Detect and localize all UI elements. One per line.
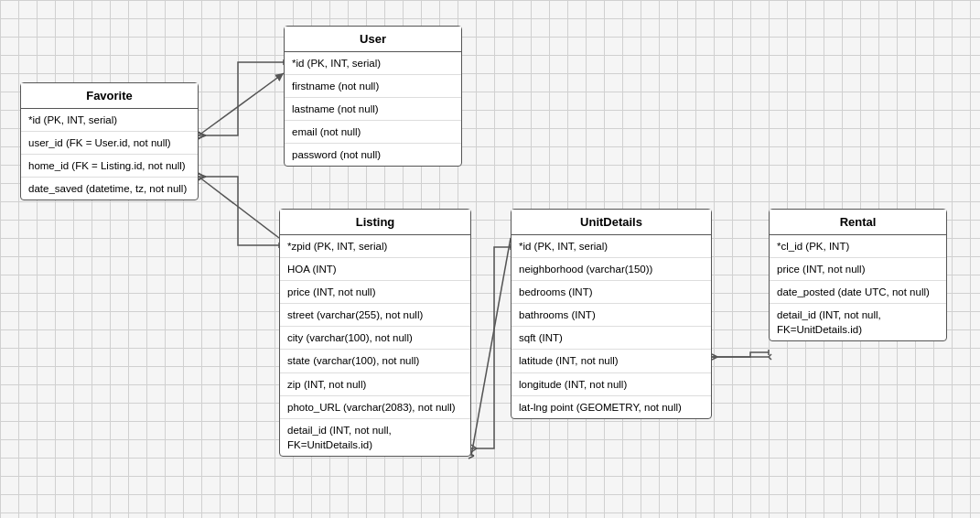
table-row: state (varchar(100), not null) [280,350,470,372]
table-row: longitude (INT, not null) [512,373,711,396]
table-row: email (not null) [285,121,461,144]
table-row: detail_id (INT, not null, FK=UnitDetails… [770,304,946,340]
svg-line-22 [712,354,717,357]
table-row: *id (PK, INT, serial) [21,109,198,132]
table-row: bathrooms (INT) [512,304,711,327]
table-row: date_saved (datetime, tz, not null) [21,178,198,200]
favorite-table-header: Favorite [21,83,198,109]
table-row: latitude (INT, not null) [512,350,711,372]
table-row: bedrooms (INT) [512,281,711,304]
diagram-canvas: User *id (PK, INT, serial) firstname (no… [0,0,980,518]
unitdetails-table: UnitDetails *id (PK, INT, serial) neighb… [511,209,712,419]
table-row: price (INT, not null) [770,258,946,281]
table-row: *zpid (PK, INT, serial) [280,235,470,258]
svg-line-6 [471,238,511,456]
svg-line-15 [199,173,204,177]
table-row: user_id (FK = User.id, not null) [21,132,198,155]
table-row: home_id (FK = Listing.id, not null) [21,155,198,178]
rental-table-header: Rental [770,210,946,235]
listing-table-header: Listing [280,210,470,235]
table-row: detail_id (INT, not null, FK=UnitDetails… [280,419,470,456]
svg-line-1 [199,133,206,135]
user-table-header: User [285,27,461,52]
table-row: zip (INT, not null) [280,373,470,396]
svg-line-3 [199,177,279,238]
table-row: neighborhood (varchar(150)) [512,258,711,281]
table-row: date_posted (date UTC, not null) [770,281,946,304]
table-row: *id (PK, INT, serial) [512,235,711,258]
svg-line-18 [471,445,477,448]
table-row: photo_URL (varchar(2083), not null) [280,396,470,419]
svg-line-4 [199,174,206,177]
svg-line-0 [199,73,284,135]
table-row: firstname (not null) [285,75,461,98]
table-row: price (INT, not null) [280,281,470,304]
svg-line-13 [199,135,204,139]
svg-line-19 [471,448,477,452]
table-row: street (varchar(255), not null) [280,304,470,327]
unitdetails-table-header: UnitDetails [512,210,711,235]
user-table: User *id (PK, INT, serial) firstname (no… [284,26,462,167]
svg-line-10 [769,354,771,357]
svg-line-12 [199,132,204,135]
table-row: *cl_id (PK, INT) [770,235,946,258]
table-row: lat-lng point (GEOMETRY, not null) [512,396,711,418]
listing-table: Listing *zpid (PK, INT, serial) HOA (INT… [279,209,471,457]
table-row: HOA (INT) [280,258,470,281]
svg-line-5 [199,177,206,179]
table-row: city (varchar(100), not null) [280,327,470,350]
table-row: lastname (not null) [285,98,461,121]
table-row: password (not null) [285,144,461,166]
rental-table: Rental *cl_id (PK, INT) price (INT, not … [769,209,947,341]
svg-line-11 [769,357,771,360]
favorite-table: Favorite *id (PK, INT, serial) user_id (… [20,82,199,200]
svg-line-23 [712,357,717,360]
table-row: sqft (INT) [512,327,711,350]
svg-line-2 [199,135,206,138]
table-row: *id (PK, INT, serial) [285,52,461,75]
svg-line-16 [199,177,204,180]
